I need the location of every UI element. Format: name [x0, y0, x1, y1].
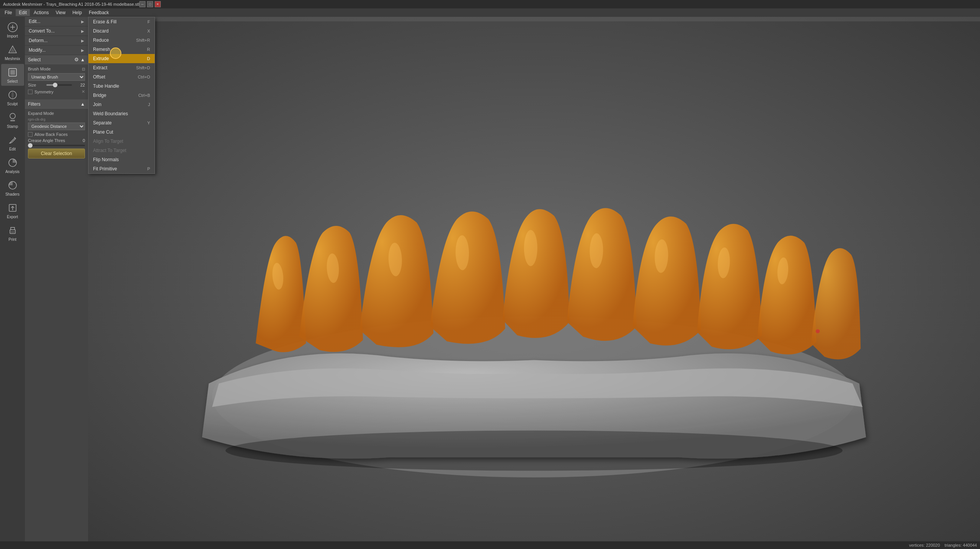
titlebar: Autodesk Meshmixer - Trays_Bleaching A1 …	[0, 0, 980, 8]
ctx-weld-boundaries[interactable]: Weld Boundaries	[88, 109, 155, 118]
ctx-extrude[interactable]: Extrude D	[88, 54, 155, 63]
ctx-fit-primitive[interactable]: Fit Primitive P	[88, 164, 155, 173]
select-header-label: Select	[28, 57, 41, 62]
edit-submenu-edit[interactable]: Edit... ▶	[25, 17, 88, 26]
arrow-icon: ▶	[81, 20, 84, 24]
brush-mode-select[interactable]: Unwrap Brush	[28, 73, 85, 81]
status-vertices-triangles: vertices: 220020 triangles: 440044	[909, 543, 977, 547]
edit-submenu-section: Edit... ▶ Convert To... ▶ Deform... ▶ Mo…	[25, 17, 88, 55]
sidebar-tool-analysis[interactable]: Analysis	[1, 154, 24, 176]
size-row: Size 22	[28, 83, 85, 87]
svg-rect-9	[10, 120, 15, 121]
close-button[interactable]: ✕	[155, 1, 161, 7]
brush-mode-row: Brush Mode ⊡	[28, 67, 85, 71]
sidebar-tool-sculpt[interactable]: Sculpt	[1, 87, 24, 108]
symmetry-label: Symmetry	[34, 90, 54, 94]
size-value: 22	[74, 83, 85, 87]
expand-mode-shortcut: rgm-clk-drg	[28, 118, 85, 121]
statusbar: vertices: 220020 triangles: 440044	[0, 541, 980, 549]
ctx-separate[interactable]: Separate Y	[88, 118, 155, 127]
menu-actions[interactable]: Actions	[31, 9, 52, 16]
sidebar-tool-import[interactable]: Import	[1, 19, 24, 41]
import-label: Import	[7, 34, 18, 38]
brush-mode-label: Brush Mode	[28, 67, 59, 71]
minimize-button[interactable]: ─	[139, 1, 145, 7]
menu-help[interactable]: Help	[69, 9, 85, 16]
ctx-reduce[interactable]: Reduce Shift+R	[88, 36, 155, 45]
expand-mode-row: Expand Mode	[28, 111, 85, 116]
allow-back-faces-checkbox[interactable]	[28, 132, 33, 137]
gear-icon[interactable]: ⚙	[74, 57, 79, 62]
sidebar-tool-edit[interactable]: Edit	[1, 132, 24, 154]
menu-view[interactable]: View	[52, 9, 69, 16]
allow-back-faces-label: Allow Back Faces	[34, 132, 68, 137]
symmetry-row: Symmetry ✕	[28, 89, 85, 94]
menu-edit[interactable]: Edit	[16, 9, 30, 16]
ctx-remesh[interactable]: Remesh R	[88, 45, 155, 54]
ctx-plane-cut[interactable]: Plane Cut	[88, 127, 155, 137]
svg-rect-6	[10, 70, 15, 75]
crease-angle-value: 0	[83, 138, 85, 143]
ctx-flip-normals[interactable]: Flip Normals	[88, 155, 155, 164]
titlebar-title: Autodesk Meshmixer - Trays_Bleaching A1 …	[3, 2, 139, 7]
collapse-icon[interactable]: ▲	[80, 57, 85, 62]
size-slider-thumb	[53, 83, 57, 87]
ctx-tube-handle[interactable]: Tube Handle	[88, 82, 155, 91]
stamp-label: Stamp	[7, 124, 18, 129]
size-label: Size	[28, 83, 44, 87]
ctx-join[interactable]: Join J	[88, 100, 155, 109]
symmetry-checkbox[interactable]	[28, 90, 33, 94]
print-label: Print	[8, 237, 16, 242]
clear-selection-button[interactable]: Clear Selection	[28, 149, 85, 158]
stamp-icon	[7, 111, 19, 124]
sidebar-tool-meshmix[interactable]: Meshmix	[1, 41, 24, 63]
svg-point-23	[524, 230, 537, 266]
svg-marker-4	[10, 47, 15, 52]
svg-rect-16	[11, 231, 15, 233]
status-vertices: vertices: 220020	[909, 543, 940, 547]
context-menu: Erase & Fill F Discard X Reduce Shift+R …	[88, 17, 155, 174]
edit-submenu-modify[interactable]: Modify... ▶	[25, 46, 88, 55]
filters-label: Filters	[28, 101, 41, 107]
svg-point-29	[816, 329, 820, 333]
menu-feedback[interactable]: Feedback	[86, 9, 112, 16]
select-icon	[7, 66, 19, 78]
ctx-align-target: Align To Target	[88, 137, 155, 146]
left-panel: Edit... ▶ Convert To... ▶ Deform... ▶ Mo…	[25, 17, 88, 549]
menu-file[interactable]: File	[2, 9, 15, 16]
sidebar-tool-print[interactable]: Print	[1, 222, 24, 244]
sidebar-tool-select[interactable]: Select	[1, 64, 24, 86]
shaders-icon	[7, 179, 19, 191]
expand-mode-select[interactable]: Geodesic Distance	[28, 123, 85, 130]
edit-submenu-deform[interactable]: Deform... ▶	[25, 36, 88, 46]
edit-label: Edit	[9, 147, 16, 151]
ctx-offset[interactable]: Offset Ctrl+O	[88, 72, 155, 82]
brush-mode-indicator: ⊡	[82, 67, 85, 71]
brush-mode-select-row: Unwrap Brush	[28, 73, 85, 81]
crease-slider-track[interactable]	[28, 145, 85, 146]
svg-point-8	[10, 113, 15, 119]
print-icon	[7, 224, 19, 237]
filters-collapse-icon[interactable]: ▲	[80, 101, 85, 107]
export-label: Export	[7, 215, 18, 219]
size-slider-track[interactable]	[46, 84, 72, 86]
sidebar-tool-stamp[interactable]: Stamp	[1, 109, 24, 131]
panel-content: Brush Mode ⊡ Unwrap Brush Size 22 Symmet…	[25, 64, 88, 98]
ctx-erase-fill[interactable]: Erase & Fill F	[88, 17, 155, 26]
analysis-icon	[7, 157, 19, 169]
sidebar-tool-export[interactable]: Export	[1, 199, 24, 221]
meshmix-label: Meshmix	[5, 57, 20, 61]
sidebar-tool-shaders[interactable]: Shaders	[1, 177, 24, 199]
svg-point-28	[225, 430, 843, 471]
viewport[interactable]	[88, 17, 980, 549]
expand-mode-select-row: Geodesic Distance	[28, 123, 85, 130]
symmetry-extra-icon: ✕	[82, 89, 85, 94]
ctx-discard[interactable]: Discard X	[88, 26, 155, 36]
menubar: File Edit Actions View Help Feedback	[0, 8, 980, 17]
allow-back-faces-row: Allow Back Faces	[28, 132, 85, 137]
arrow-icon: ▶	[81, 29, 84, 33]
ctx-bridge[interactable]: Bridge Ctrl+B	[88, 91, 155, 100]
ctx-extract[interactable]: Extract Shift+D	[88, 63, 155, 72]
maximize-button[interactable]: □	[147, 1, 153, 7]
edit-submenu-convert[interactable]: Convert To... ▶	[25, 26, 88, 36]
